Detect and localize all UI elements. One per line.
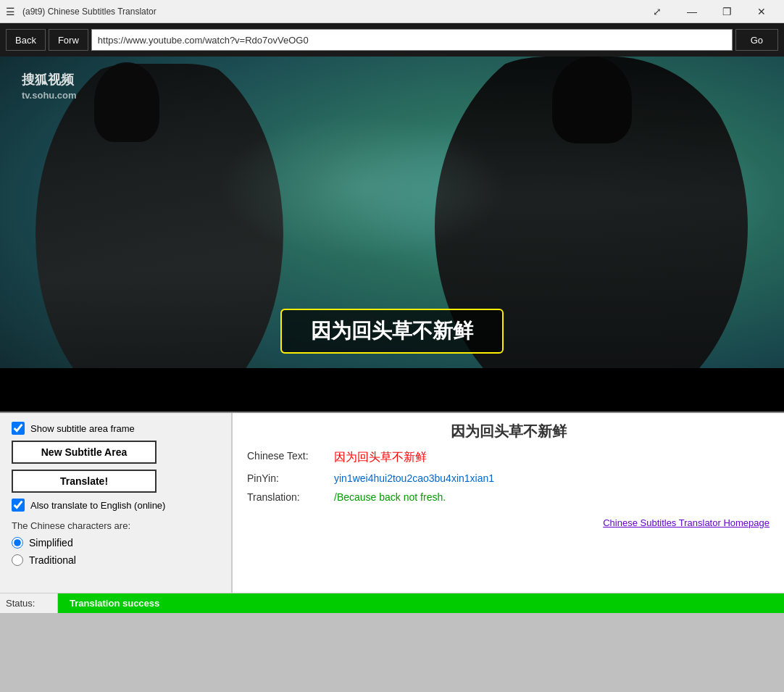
- status-bar: Status: Translation success: [0, 593, 784, 613]
- watermark: 搜狐视频 tv.sohu.com: [22, 71, 77, 101]
- traditional-label: Traditional: [29, 554, 76, 566]
- also-translate-row: Also translate to English (online): [12, 499, 220, 512]
- app-title: (a9t9) Chinese Subtitles Translator: [22, 7, 641, 17]
- window-controls: ⤢ — ❐ ✕: [641, 1, 778, 22]
- hair-left: [94, 62, 159, 142]
- pinyin-row: PinYin: yin1wei4hui2tou2cao3bu4xin1xian1: [247, 472, 770, 484]
- pinyin-label: PinYin:: [247, 472, 334, 484]
- also-translate-label: Also translate to English (online): [30, 500, 165, 511]
- minimize-button[interactable]: —: [675, 1, 709, 22]
- chinese-text-value: 因为回头草不新鲜: [334, 450, 427, 465]
- maximize-button[interactable]: ❐: [710, 1, 743, 22]
- video-bottom-bar: [0, 368, 784, 412]
- back-button[interactable]: Back: [6, 29, 46, 51]
- subtitle-text: 因为回头草不新鲜: [311, 320, 473, 342]
- go-button[interactable]: Go: [735, 29, 778, 51]
- chinese-chars-label: The Chinese characters are:: [12, 520, 220, 531]
- restore-button[interactable]: ⤢: [641, 1, 674, 22]
- video-area: 搜狐视频 tv.sohu.com 因为回头草不新鲜: [0, 57, 784, 412]
- show-subtitle-frame-checkbox[interactable]: [12, 422, 25, 435]
- chinese-text-label: Chinese Text:: [247, 450, 334, 462]
- translation-title: 因为回头草不新鲜: [247, 422, 770, 441]
- mist: [217, 114, 507, 259]
- controls-panel: Show subtitle area frame New Subtitle Ar…: [0, 412, 784, 593]
- close-button[interactable]: ✕: [745, 1, 778, 22]
- watermark-line1: 搜狐视频: [22, 71, 77, 88]
- simplified-radio[interactable]: [12, 537, 23, 549]
- show-subtitle-frame-row: Show subtitle area frame: [12, 422, 220, 435]
- video-background: [0, 57, 784, 412]
- nav-bar: Back Forw Go: [0, 23, 784, 57]
- left-panel: Show subtitle area frame New Subtitle Ar…: [0, 413, 232, 593]
- title-bar: ☰ (a9t9) Chinese Subtitles Translator ⤢ …: [0, 0, 784, 23]
- translation-row: Translation: /Because back not fresh.: [247, 491, 770, 503]
- pinyin-value: yin1wei4hui2tou2cao3bu4xin1xian1: [334, 472, 494, 484]
- translation-value: /Because back not fresh.: [334, 491, 446, 503]
- simplified-row: Simplified: [12, 537, 220, 549]
- traditional-row: Traditional: [12, 554, 220, 566]
- also-translate-checkbox[interactable]: [12, 499, 25, 512]
- simplified-label: Simplified: [29, 537, 73, 549]
- chinese-text-row: Chinese Text: 因为回头草不新鲜: [247, 450, 770, 465]
- menu-icon[interactable]: ☰: [6, 6, 15, 17]
- right-panel: 因为回头草不新鲜 Chinese Text: 因为回头草不新鲜 PinYin: …: [232, 413, 784, 593]
- traditional-radio[interactable]: [12, 554, 23, 566]
- status-label: Status:: [0, 593, 58, 613]
- show-subtitle-frame-label: Show subtitle area frame: [30, 423, 135, 434]
- translate-button[interactable]: Translate!: [12, 470, 157, 493]
- translation-label: Translation:: [247, 491, 334, 503]
- forward-button[interactable]: Forw: [49, 29, 88, 51]
- watermark-line2: tv.sohu.com: [22, 90, 77, 101]
- url-input[interactable]: [91, 29, 733, 51]
- status-value: Translation success: [58, 593, 784, 613]
- new-subtitle-area-button[interactable]: New Subtitle Area: [12, 441, 157, 464]
- hair-right: [552, 57, 632, 143]
- homepage-link[interactable]: Chinese Subtitles Translator Homepage: [603, 517, 770, 528]
- subtitle-overlay[interactable]: 因为回头草不新鲜: [280, 309, 504, 354]
